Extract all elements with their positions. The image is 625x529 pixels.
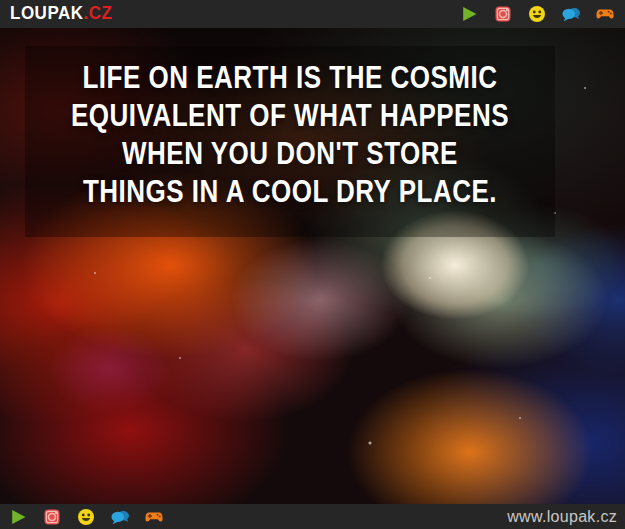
chat-icon[interactable] bbox=[561, 4, 581, 24]
site-url[interactable]: www.loupak.cz bbox=[507, 508, 617, 526]
instagram-icon[interactable] bbox=[493, 4, 513, 24]
meme-image: LIFE ON EARTH IS THE COSMIC EQUIVALENT O… bbox=[0, 28, 625, 504]
quote-overlay: LIFE ON EARTH IS THE COSMIC EQUIVALENT O… bbox=[25, 46, 555, 237]
header-bar: LOUPAK.CZ bbox=[0, 0, 625, 28]
gamepad-icon[interactable] bbox=[144, 507, 164, 527]
logo-text-main: LOUPAK bbox=[10, 3, 84, 24]
instagram-icon[interactable] bbox=[42, 507, 62, 527]
quote-line: THINGS IN A COOL DRY PLACE. bbox=[83, 169, 497, 214]
header-nav-icons bbox=[459, 4, 615, 24]
play-icon[interactable] bbox=[459, 4, 479, 24]
footer-bar: www.loupak.cz bbox=[0, 504, 625, 529]
footer-nav-icons bbox=[8, 507, 164, 527]
smiley-icon[interactable] bbox=[76, 507, 96, 527]
play-icon[interactable] bbox=[8, 507, 28, 527]
logo-text-suffix: .CZ bbox=[84, 3, 113, 24]
page: LOUPAK.CZ bbox=[0, 0, 625, 529]
chat-icon[interactable] bbox=[110, 507, 130, 527]
site-logo[interactable]: LOUPAK.CZ bbox=[10, 3, 112, 25]
smiley-icon[interactable] bbox=[527, 4, 547, 24]
gamepad-icon[interactable] bbox=[595, 4, 615, 24]
